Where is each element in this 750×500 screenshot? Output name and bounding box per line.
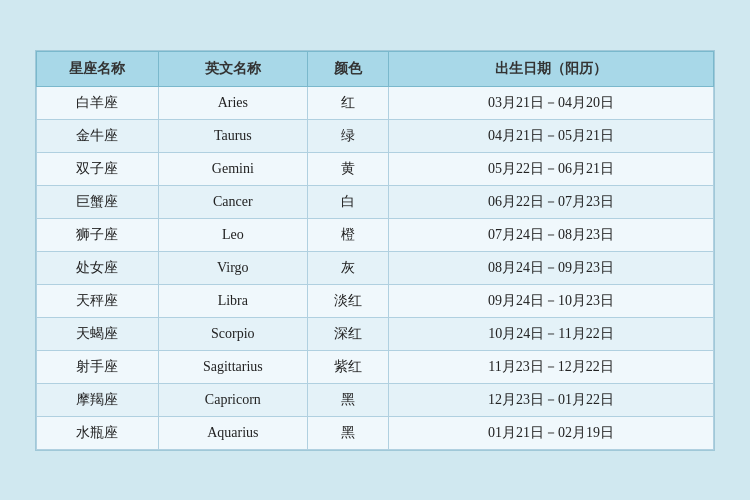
cell-cn-name: 金牛座 — [37, 119, 159, 152]
cell-date: 05月22日－06月21日 — [389, 152, 714, 185]
table-row: 白羊座Aries红03月21日－04月20日 — [37, 86, 714, 119]
cell-en-name: Gemini — [158, 152, 307, 185]
table-row: 天蝎座Scorpio深红10月24日－11月22日 — [37, 317, 714, 350]
cell-color: 黑 — [307, 416, 388, 449]
cell-en-name: Scorpio — [158, 317, 307, 350]
cell-color: 淡红 — [307, 284, 388, 317]
header-date: 出生日期（阳历） — [389, 51, 714, 86]
header-en-name: 英文名称 — [158, 51, 307, 86]
cell-date: 08月24日－09月23日 — [389, 251, 714, 284]
cell-date: 12月23日－01月22日 — [389, 383, 714, 416]
cell-en-name: Capricorn — [158, 383, 307, 416]
cell-date: 09月24日－10月23日 — [389, 284, 714, 317]
header-cn-name: 星座名称 — [37, 51, 159, 86]
table-row: 射手座Sagittarius紫红11月23日－12月22日 — [37, 350, 714, 383]
cell-color: 红 — [307, 86, 388, 119]
cell-cn-name: 处女座 — [37, 251, 159, 284]
cell-en-name: Cancer — [158, 185, 307, 218]
table-row: 巨蟹座Cancer白06月22日－07月23日 — [37, 185, 714, 218]
cell-cn-name: 天秤座 — [37, 284, 159, 317]
cell-en-name: Sagittarius — [158, 350, 307, 383]
table-row: 摩羯座Capricorn黑12月23日－01月22日 — [37, 383, 714, 416]
cell-date: 11月23日－12月22日 — [389, 350, 714, 383]
table-row: 狮子座Leo橙07月24日－08月23日 — [37, 218, 714, 251]
cell-en-name: Aquarius — [158, 416, 307, 449]
cell-date: 07月24日－08月23日 — [389, 218, 714, 251]
cell-date: 06月22日－07月23日 — [389, 185, 714, 218]
cell-en-name: Aries — [158, 86, 307, 119]
cell-cn-name: 射手座 — [37, 350, 159, 383]
cell-color: 白 — [307, 185, 388, 218]
cell-cn-name: 天蝎座 — [37, 317, 159, 350]
cell-date: 01月21日－02月19日 — [389, 416, 714, 449]
cell-date: 10月24日－11月22日 — [389, 317, 714, 350]
zodiac-table: 星座名称 英文名称 颜色 出生日期（阳历） 白羊座Aries红03月21日－04… — [36, 51, 714, 450]
cell-en-name: Leo — [158, 218, 307, 251]
table-row: 天秤座Libra淡红09月24日－10月23日 — [37, 284, 714, 317]
cell-cn-name: 狮子座 — [37, 218, 159, 251]
cell-color: 黄 — [307, 152, 388, 185]
cell-date: 04月21日－05月21日 — [389, 119, 714, 152]
cell-cn-name: 白羊座 — [37, 86, 159, 119]
cell-en-name: Taurus — [158, 119, 307, 152]
cell-cn-name: 双子座 — [37, 152, 159, 185]
table-row: 处女座Virgo灰08月24日－09月23日 — [37, 251, 714, 284]
table-body: 白羊座Aries红03月21日－04月20日金牛座Taurus绿04月21日－0… — [37, 86, 714, 449]
table-row: 双子座Gemini黄05月22日－06月21日 — [37, 152, 714, 185]
header-color: 颜色 — [307, 51, 388, 86]
cell-cn-name: 水瓶座 — [37, 416, 159, 449]
cell-date: 03月21日－04月20日 — [389, 86, 714, 119]
cell-cn-name: 巨蟹座 — [37, 185, 159, 218]
cell-color: 黑 — [307, 383, 388, 416]
table-row: 金牛座Taurus绿04月21日－05月21日 — [37, 119, 714, 152]
cell-color: 灰 — [307, 251, 388, 284]
cell-color: 深红 — [307, 317, 388, 350]
cell-en-name: Virgo — [158, 251, 307, 284]
cell-color: 绿 — [307, 119, 388, 152]
cell-color: 紫红 — [307, 350, 388, 383]
cell-cn-name: 摩羯座 — [37, 383, 159, 416]
table-row: 水瓶座Aquarius黑01月21日－02月19日 — [37, 416, 714, 449]
cell-en-name: Libra — [158, 284, 307, 317]
cell-color: 橙 — [307, 218, 388, 251]
table-header-row: 星座名称 英文名称 颜色 出生日期（阳历） — [37, 51, 714, 86]
zodiac-table-container: 星座名称 英文名称 颜色 出生日期（阳历） 白羊座Aries红03月21日－04… — [35, 50, 715, 451]
